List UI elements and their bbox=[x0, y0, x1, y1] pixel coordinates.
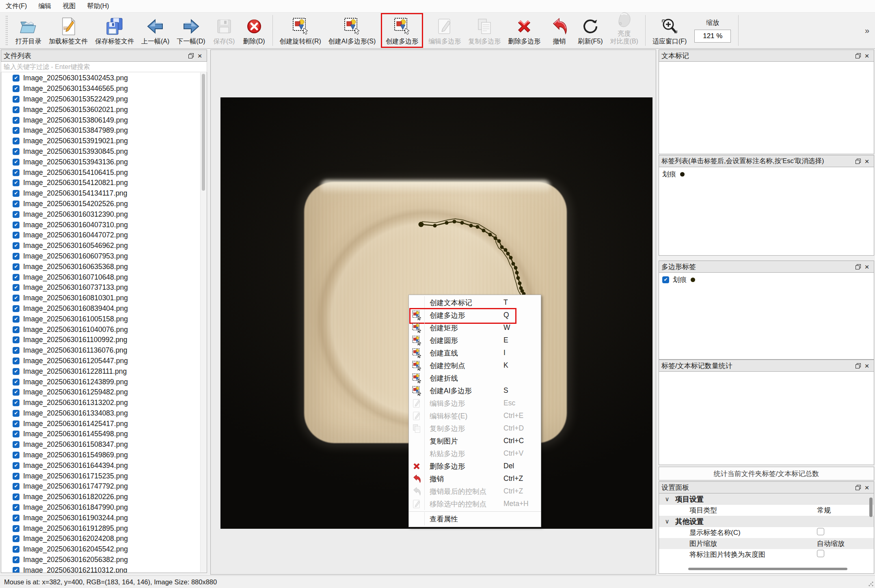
scrollbar-thumb[interactable] bbox=[202, 74, 205, 191]
file-checkbox-checked-icon[interactable]: ✔ bbox=[13, 420, 19, 427]
file-row[interactable]: ✔ Image_20250630153602021.png bbox=[1, 104, 200, 115]
menu-edit[interactable]: 编辑 bbox=[32, 1, 57, 12]
zoom-input[interactable] bbox=[694, 30, 731, 43]
file-row[interactable]: ✔ Image_20250630161228111.png bbox=[1, 366, 200, 377]
file-checkbox-checked-icon[interactable]: ✔ bbox=[13, 284, 19, 291]
close-panel-icon[interactable]: × bbox=[862, 263, 871, 271]
load-label-file-button[interactable]: LABEL 加载标签文件 bbox=[45, 14, 91, 47]
polygon-label-item[interactable]: ✔ 划痕 bbox=[659, 273, 874, 287]
fit-window-button[interactable]: 适应窗口(F) bbox=[649, 14, 690, 47]
file-checkbox-checked-icon[interactable]: ✔ bbox=[13, 410, 19, 417]
file-row[interactable]: ✔ Image_20250630160635368.png bbox=[1, 261, 200, 272]
file-row[interactable]: ✔ Image_20250630160607953.png bbox=[1, 251, 200, 262]
file-checkbox-checked-icon[interactable]: ✔ bbox=[13, 232, 19, 239]
open-directory-button[interactable]: 打开目录 bbox=[12, 14, 45, 47]
float-panel-icon[interactable] bbox=[853, 483, 862, 491]
file-checkbox-checked-icon[interactable]: ✔ bbox=[13, 179, 19, 186]
file-checkbox-checked-icon[interactable]: ✔ bbox=[13, 169, 19, 176]
menu-help[interactable]: 帮助(H) bbox=[81, 1, 115, 12]
file-row[interactable]: ✔ Image_20250630161100992.png bbox=[1, 335, 200, 345]
context-menu-item[interactable]: 删除多边形 Del bbox=[409, 460, 541, 472]
close-panel-icon[interactable]: × bbox=[195, 52, 204, 60]
file-row[interactable]: ✔ Image_20250630153847989.png bbox=[1, 125, 200, 136]
file-row[interactable]: ✔ Image_20250630160810301.png bbox=[1, 293, 200, 304]
context-menu-item[interactable]: 编辑多边形 Esc bbox=[409, 397, 541, 409]
file-row[interactable]: ✔ Image_20250630161425417.png bbox=[1, 418, 200, 429]
file-row[interactable]: ✔ Image_20250630153806149.png bbox=[1, 115, 200, 125]
file-checkbox-checked-icon[interactable]: ✔ bbox=[13, 379, 19, 386]
context-menu-item[interactable]: 创建多边形 Q bbox=[409, 309, 541, 321]
context-menu-item[interactable]: 移除选中的控制点 Meta+H bbox=[409, 498, 541, 510]
file-row[interactable]: ✔ Image_20250630162056382.png bbox=[1, 555, 200, 565]
context-menu-item[interactable]: 查看属性 bbox=[409, 511, 541, 526]
file-row[interactable]: ✔ Image_20250630153943136.png bbox=[1, 157, 200, 167]
context-menu-item[interactable]: 复制多边形 Ctrl+D bbox=[409, 422, 541, 435]
file-checkbox-checked-icon[interactable]: ✔ bbox=[13, 347, 19, 354]
create-polygon-button[interactable]: 创建多边形 bbox=[382, 14, 422, 47]
file-checkbox-checked-icon[interactable]: ✔ bbox=[13, 85, 19, 92]
menu-file[interactable]: 文件(F) bbox=[0, 1, 32, 12]
file-row[interactable]: ✔ Image_20250630161644394.png bbox=[1, 460, 200, 471]
file-row[interactable]: ✔ Image_20250630161847990.png bbox=[1, 502, 200, 513]
float-panel-icon[interactable] bbox=[186, 52, 195, 60]
file-row[interactable]: ✔ Image_20250630153919021.png bbox=[1, 136, 200, 146]
setting-row-grayscale[interactable]: 将标注图片转换为灰度图 bbox=[659, 549, 874, 560]
float-panel-icon[interactable] bbox=[853, 362, 862, 370]
file-checkbox-checked-icon[interactable]: ✔ bbox=[13, 535, 19, 542]
file-row[interactable]: ✔ Image_20250630162110312.png bbox=[1, 565, 200, 573]
file-checkbox-checked-icon[interactable]: ✔ bbox=[13, 493, 19, 500]
file-row[interactable]: ✔ Image_20250630161313202.png bbox=[1, 398, 200, 408]
brightness-contrast-button[interactable]: 亮度 对比度(B) bbox=[607, 14, 642, 47]
file-checkbox-checked-icon[interactable]: ✔ bbox=[13, 200, 19, 207]
settings-vertical-scrollbar[interactable] bbox=[869, 498, 873, 517]
settings-horizontal-scrollbar[interactable] bbox=[688, 568, 847, 570]
file-checkbox-checked-icon[interactable]: ✔ bbox=[13, 127, 19, 134]
file-row[interactable]: ✔ Image_20250630154106415.png bbox=[1, 167, 200, 178]
file-row[interactable]: ✔ Image_20250630161205447.png bbox=[1, 356, 200, 366]
file-row[interactable]: ✔ Image_20250630153522429.png bbox=[1, 94, 200, 105]
context-menu-item[interactable]: 创建直线 I bbox=[409, 347, 541, 359]
setting-row-show-label-name[interactable]: 显示标签名称(C) bbox=[659, 527, 874, 538]
refresh-button[interactable]: 刷新(F5) bbox=[574, 14, 606, 47]
file-checkbox-checked-icon[interactable]: ✔ bbox=[13, 138, 19, 144]
file-checkbox-checked-icon[interactable]: ✔ bbox=[13, 504, 19, 511]
file-row[interactable]: ✔ Image_20250630161820226.png bbox=[1, 492, 200, 502]
file-checkbox-checked-icon[interactable]: ✔ bbox=[13, 368, 19, 375]
file-row[interactable]: ✔ Image_20250630161243899.png bbox=[1, 377, 200, 387]
context-menu-item[interactable]: 创建圆形 E bbox=[409, 334, 541, 347]
file-checkbox-checked-icon[interactable]: ✔ bbox=[13, 75, 19, 82]
file-checkbox-checked-icon[interactable]: ✔ bbox=[13, 316, 19, 323]
setting-checkbox-unchecked[interactable] bbox=[817, 528, 824, 535]
menu-view[interactable]: 视图 bbox=[57, 1, 81, 12]
file-checkbox-checked-icon[interactable]: ✔ bbox=[13, 159, 19, 166]
file-checkbox-checked-icon[interactable]: ✔ bbox=[13, 190, 19, 197]
close-panel-icon[interactable]: × bbox=[862, 362, 871, 370]
file-search-input[interactable] bbox=[1, 62, 207, 72]
file-checkbox-checked-icon[interactable]: ✔ bbox=[13, 389, 19, 396]
file-row[interactable]: ✔ Image_20250630161903244.png bbox=[1, 513, 200, 523]
toolbar-drag-handle[interactable] bbox=[6, 16, 8, 45]
file-checkbox-checked-icon[interactable]: ✔ bbox=[13, 106, 19, 113]
file-row[interactable]: ✔ Image_20250630161136076.png bbox=[1, 345, 200, 356]
setting-row-image-zoom[interactable]: 图片缩放 自动缩放 bbox=[659, 538, 874, 549]
save-label-file-button[interactable]: 保存标签文件 bbox=[91, 14, 138, 47]
file-row[interactable]: ✔ Image_20250630161912895.png bbox=[1, 523, 200, 534]
setting-row-project-type[interactable]: 项目类型 常规 bbox=[659, 505, 874, 516]
file-checkbox-checked-icon[interactable]: ✔ bbox=[13, 253, 19, 260]
file-checkbox-checked-icon[interactable]: ✔ bbox=[13, 525, 19, 532]
label-list-item[interactable]: 划痕 bbox=[659, 167, 874, 181]
file-checkbox-checked-icon[interactable]: ✔ bbox=[13, 96, 19, 103]
file-row[interactable]: ✔ Image_20250630161455498.png bbox=[1, 429, 200, 439]
count-stats-button[interactable]: 统计当前文件夹标签/文本标记总数 bbox=[659, 467, 874, 480]
file-checkbox-checked-icon[interactable]: ✔ bbox=[13, 222, 19, 228]
file-row[interactable]: ✔ Image_20250630153930845.png bbox=[1, 146, 200, 157]
float-panel-icon[interactable] bbox=[853, 157, 862, 165]
file-checkbox-checked-icon[interactable]: ✔ bbox=[13, 515, 19, 521]
file-checkbox-checked-icon[interactable]: ✔ bbox=[13, 326, 19, 333]
file-row[interactable]: ✔ Image_20250630161040076.png bbox=[1, 324, 200, 335]
file-checkbox-checked-icon[interactable]: ✔ bbox=[13, 211, 19, 218]
file-checkbox-checked-icon[interactable]: ✔ bbox=[13, 148, 19, 155]
file-checkbox-checked-icon[interactable]: ✔ bbox=[13, 441, 19, 448]
close-panel-icon[interactable]: × bbox=[862, 483, 871, 491]
file-checkbox-checked-icon[interactable]: ✔ bbox=[13, 399, 19, 406]
